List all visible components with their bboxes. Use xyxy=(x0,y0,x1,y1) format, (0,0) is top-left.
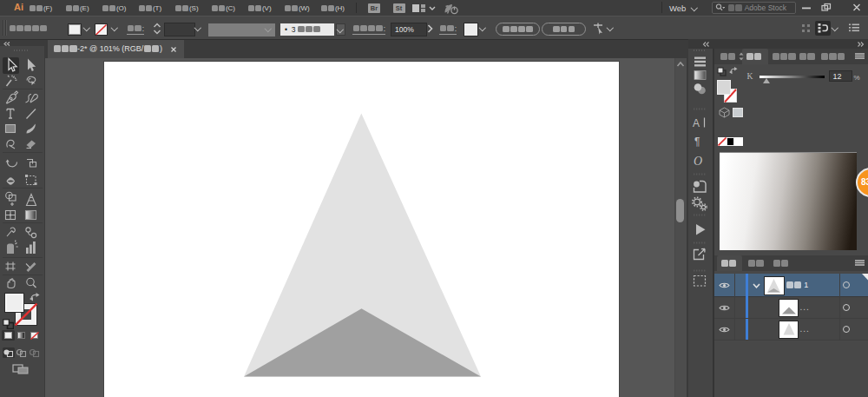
svg-text:A: A xyxy=(693,117,700,129)
svg-text:¶: ¶ xyxy=(694,136,700,148)
svg-text:O: O xyxy=(694,155,702,168)
